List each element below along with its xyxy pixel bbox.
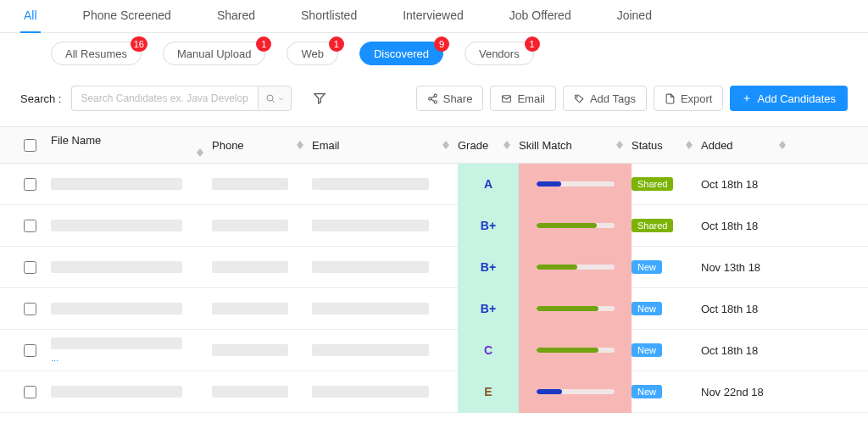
col-email: Email — [312, 139, 340, 152]
col-phone: Phone — [212, 139, 244, 152]
select-all-checkbox[interactable] — [24, 139, 36, 152]
badge-count: 16 — [131, 36, 147, 52]
export-button[interactable]: Export — [654, 86, 724, 111]
table-row[interactable]: B+NewOct 18th 18 — [0, 288, 868, 330]
svg-point-3 — [434, 94, 437, 97]
add-candidates-label: Add Candidates — [757, 92, 836, 105]
col-added: Added — [701, 139, 733, 152]
svg-marker-23 — [686, 145, 693, 149]
status-badge: Shared — [632, 177, 673, 191]
row-checkbox[interactable] — [24, 344, 36, 357]
col-status: Status — [632, 139, 663, 152]
skill-cell — [519, 164, 632, 205]
add-tags-button[interactable]: Add Tags — [563, 86, 647, 111]
pill-discovered[interactable]: Discovered9 — [359, 42, 443, 65]
svg-marker-21 — [616, 145, 623, 149]
add-candidates-button[interactable]: Add Candidates — [730, 86, 848, 111]
added-cell: Oct 18th 18 — [701, 220, 794, 232]
pill-all-resumes[interactable]: All Resumes16 — [51, 42, 142, 65]
svg-line-1 — [272, 100, 274, 102]
email-button[interactable]: Email — [490, 86, 556, 111]
grade-cell: E — [458, 371, 519, 413]
status-badge: New — [632, 260, 662, 274]
table-row[interactable]: B+NewNov 13th 18 — [0, 247, 868, 288]
file-name-placeholder — [51, 178, 182, 190]
skill-progress — [537, 181, 615, 187]
col-skill: Skill Match — [519, 139, 572, 152]
search-icon — [265, 93, 275, 103]
row-checkbox[interactable] — [24, 386, 36, 398]
email-placeholder — [312, 261, 429, 273]
file-name-ellipsis[interactable]: ... — [51, 353, 58, 363]
tab-joined[interactable]: Joined — [614, 0, 655, 32]
skill-cell — [519, 205, 632, 247]
skill-progress — [537, 348, 615, 353]
svg-marker-25 — [779, 145, 786, 149]
added-cell: Oct 18th 18 — [701, 303, 794, 315]
sort-email[interactable] — [442, 141, 449, 149]
tab-shortlisted[interactable]: Shortlisted — [298, 0, 360, 32]
svg-marker-2 — [314, 94, 325, 103]
skill-cell — [519, 288, 632, 330]
phone-placeholder — [212, 386, 288, 398]
export-label: Export — [681, 92, 713, 105]
svg-point-9 — [576, 96, 577, 97]
file-name-placeholder — [51, 220, 182, 231]
tab-job-offered[interactable]: Job Offered — [506, 0, 575, 32]
tab-all[interactable]: All — [20, 0, 41, 32]
row-checkbox[interactable] — [24, 261, 36, 274]
tab-phone-screened[interactable]: Phone Screened — [80, 0, 175, 32]
svg-marker-17 — [442, 145, 449, 149]
file-name-placeholder — [51, 386, 182, 398]
tab-interviewed[interactable]: Interviewed — [399, 0, 467, 32]
tag-icon — [574, 93, 585, 104]
search-input[interactable] — [71, 86, 258, 111]
search-button[interactable] — [258, 86, 292, 111]
pill-manual-upload[interactable]: Manual Upload1 — [163, 42, 265, 65]
phone-placeholder — [212, 261, 288, 273]
email-placeholder — [312, 220, 429, 231]
row-checkbox[interactable] — [24, 303, 36, 315]
email-placeholder — [312, 303, 429, 315]
phone-placeholder — [212, 303, 288, 315]
file-name-placeholder — [51, 261, 182, 273]
tab-shared[interactable]: Shared — [214, 0, 259, 32]
email-label: Email — [517, 92, 545, 105]
share-icon — [427, 93, 438, 104]
sort-grade[interactable] — [504, 141, 510, 149]
sort-skill[interactable] — [616, 141, 623, 149]
grade-cell: A — [458, 164, 519, 205]
skill-cell — [519, 247, 632, 288]
row-checkbox[interactable] — [24, 220, 36, 232]
sort-file[interactable] — [197, 148, 203, 157]
phone-placeholder — [212, 344, 288, 356]
sort-status[interactable] — [686, 141, 693, 149]
pill-web[interactable]: Web1 — [287, 42, 338, 65]
badge-count: 1 — [525, 36, 540, 52]
table-row[interactable]: B+SharedOct 18th 18 — [0, 205, 868, 247]
status-badge: New — [632, 385, 662, 398]
table-row[interactable]: ...CNewOct 18th 18 — [0, 330, 868, 371]
sort-added[interactable] — [779, 141, 786, 149]
filter-button[interactable] — [307, 86, 332, 111]
sort-phone[interactable] — [297, 141, 303, 149]
svg-marker-19 — [504, 145, 510, 149]
badge-count: 1 — [329, 36, 344, 52]
share-button[interactable]: Share — [416, 86, 484, 111]
status-badge: New — [632, 302, 662, 315]
col-grade: Grade — [458, 139, 488, 152]
svg-point-4 — [428, 97, 431, 99]
row-checkbox[interactable] — [24, 178, 36, 191]
badge-count: 1 — [256, 36, 271, 52]
svg-marker-15 — [297, 145, 303, 149]
grade-cell: B+ — [458, 288, 519, 330]
table-row[interactable]: ASharedOct 18th 18 — [0, 164, 868, 205]
plus-icon — [742, 93, 752, 103]
table-row[interactable]: ENewNov 22nd 18 — [0, 371, 868, 413]
file-name-placeholder — [51, 303, 182, 315]
status-badge: Shared — [632, 219, 673, 232]
col-file: File Name — [51, 134, 101, 147]
added-cell: Oct 18th 18 — [701, 178, 794, 191]
pill-vendors[interactable]: Vendors1 — [465, 42, 534, 65]
skill-progress — [537, 389, 615, 394]
